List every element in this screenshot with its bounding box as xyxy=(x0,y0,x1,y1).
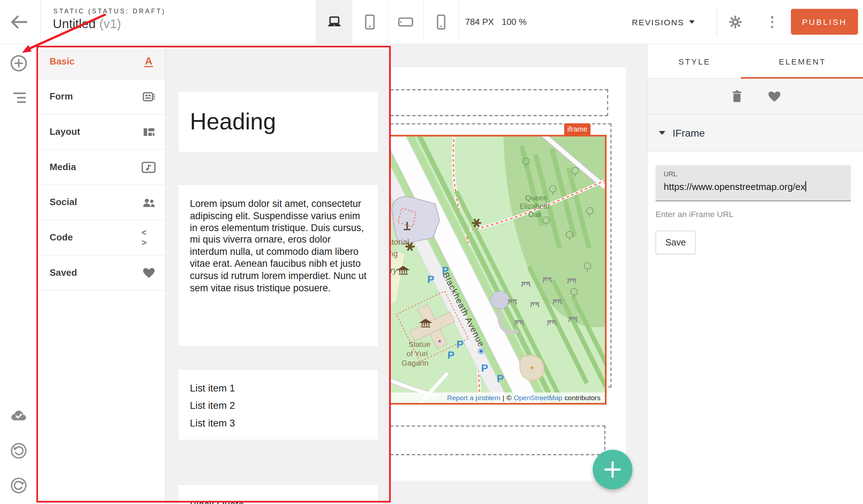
add-block-fab[interactable] xyxy=(593,450,632,489)
text-format-icon: A xyxy=(141,54,156,68)
heading-preview-text: Heading xyxy=(190,109,276,135)
outline-lines-icon xyxy=(13,93,26,94)
doc-title: Untitled (v1) xyxy=(53,17,121,31)
viewport-size-readout: 784 PX 100 % xyxy=(465,0,527,44)
redo-icon xyxy=(10,477,27,494)
quote-element-card[interactable]: Block Quote xyxy=(178,485,379,504)
tablet-icon xyxy=(364,14,376,30)
openstreetmap-embed: P P P P P P Blackheath Avenue Queen Eliz… xyxy=(390,137,605,403)
inspector-panel: STYLE ELEMENT IFrame xyxy=(647,44,863,504)
map-label: tory xyxy=(390,266,398,275)
doc-status: STATIC (STATUS: DRAFT) xyxy=(53,8,166,14)
url-field-label: URL xyxy=(664,170,677,178)
iframe-url-input[interactable]: URL https://www.openstreetmap.org/ex xyxy=(655,165,851,202)
category-layout[interactable]: Layout xyxy=(37,115,165,150)
iframe-map-element[interactable]: P P P P P P Blackheath Avenue Queen Eliz… xyxy=(390,135,606,404)
chevron-down-icon xyxy=(689,20,695,23)
app-window: STATIC (STATUS: DRAFT) Untitled (v1) xyxy=(0,0,863,504)
map-label: ding xyxy=(390,249,398,258)
category-code[interactable]: Code < > xyxy=(37,220,165,256)
parking-marker: P xyxy=(481,362,488,374)
empty-element-placeholder[interactable] xyxy=(390,89,608,116)
settings-button[interactable] xyxy=(729,16,742,29)
inspector-tabs: STYLE ELEMENT xyxy=(648,44,863,79)
tab-style[interactable]: STYLE xyxy=(648,44,742,79)
revisions-dropdown[interactable]: REVISIONS xyxy=(632,0,695,44)
back-button[interactable] xyxy=(8,13,30,31)
text-cursor xyxy=(805,181,806,191)
collapse-caret-icon xyxy=(659,131,665,135)
device-preview-switcher xyxy=(316,0,459,44)
publish-button[interactable]: PUBLISH xyxy=(791,9,858,35)
map-label: Oak xyxy=(528,211,542,218)
trash-icon xyxy=(730,89,744,103)
paragraph-preview-text: Lorem ipsum dolor sit amet, consectetur … xyxy=(190,198,367,294)
undo-button[interactable] xyxy=(10,442,27,460)
viewport-zoom-value: 100 % xyxy=(502,17,527,27)
parking-marker: P xyxy=(447,350,455,361)
page-outline-button[interactable] xyxy=(10,90,27,107)
form-icon xyxy=(141,89,156,104)
heart-icon xyxy=(767,89,782,103)
device-tab-phone-landscape[interactable] xyxy=(388,0,423,44)
tab-element[interactable]: ELEMENT xyxy=(742,44,863,79)
parking-marker: P xyxy=(456,339,464,350)
parking-marker: P xyxy=(497,373,504,384)
paragraph-element-card[interactable]: Lorem ipsum dolor sit amet, consectetur … xyxy=(178,184,379,346)
topbar: STATIC (STATUS: DRAFT) Untitled (v1) xyxy=(0,0,863,44)
gear-icon xyxy=(729,16,742,29)
page-canvas: iframe xyxy=(390,44,647,504)
element-preview-panel: HEADING Heading PARAGRAPH Lorem ipsum do… xyxy=(165,44,390,504)
report-problem-link[interactable]: Report a problem xyxy=(447,394,500,401)
add-element-button[interactable] xyxy=(10,54,27,72)
category-social[interactable]: Social xyxy=(37,185,165,220)
redo-button[interactable] xyxy=(10,477,27,494)
list-element-card[interactable]: List item 1 List item 2 List item 3 xyxy=(178,369,379,440)
device-tab-tablet[interactable] xyxy=(352,0,388,44)
category-form[interactable]: Form xyxy=(37,79,165,115)
device-tab-desktop[interactable] xyxy=(316,0,351,44)
more-options-button[interactable] xyxy=(768,14,776,30)
viewport-width-value: 784 PX xyxy=(465,17,494,27)
active-tab-underline xyxy=(741,77,863,79)
empty-element-placeholder[interactable] xyxy=(390,425,605,455)
map-label: of Yuri xyxy=(407,349,428,358)
iframe-element-tag: iframe xyxy=(564,123,590,135)
topbar-divider-2 xyxy=(717,8,717,36)
list-item: List item 3 xyxy=(190,415,378,432)
map-label: Gagarin xyxy=(402,359,429,367)
favorite-element-button[interactable] xyxy=(767,89,782,103)
map-label: uatorial xyxy=(390,238,409,247)
delete-element-button[interactable] xyxy=(730,89,744,103)
iframe-section-title: IFrame xyxy=(673,127,705,139)
iframe-settings-section[interactable]: IFrame xyxy=(648,115,863,152)
element-actions-toolbar xyxy=(648,79,863,114)
category-basic[interactable]: Basic A xyxy=(37,44,165,79)
kebab-icon xyxy=(771,16,774,18)
people-icon xyxy=(141,195,156,209)
device-tab-phone-portrait[interactable] xyxy=(423,0,459,44)
autosave-status-button[interactable] xyxy=(10,407,27,425)
doc-title-text: Untitled xyxy=(53,17,96,31)
url-helper-text: Enter an iFrame URL xyxy=(655,209,733,218)
left-rail xyxy=(0,44,37,504)
map-attribution: Report a problem | © OpenStreetMap contr… xyxy=(390,393,605,403)
code-icon: < > xyxy=(141,230,156,245)
quote-preview-text: Block Quote xyxy=(190,499,367,504)
heading-element-card[interactable]: Heading xyxy=(178,91,379,152)
map-label: Statue xyxy=(408,340,430,348)
save-button[interactable]: Save xyxy=(655,231,695,255)
category-saved[interactable]: Saved xyxy=(37,255,165,291)
map-graphic: P P P P P P Blackheath Avenue Queen Eliz… xyxy=(390,137,605,403)
topbar-divider xyxy=(40,0,41,44)
osm-link[interactable]: OpenStreetMap xyxy=(514,394,562,401)
media-icon xyxy=(141,160,156,174)
back-arrow-icon xyxy=(8,13,30,31)
phone-portrait-icon xyxy=(437,14,446,30)
category-media[interactable]: Media xyxy=(37,150,165,185)
revisions-label: REVISIONS xyxy=(632,17,684,27)
list-item: List item 2 xyxy=(190,397,378,415)
url-field-value: https://www.openstreetmap.org/ex xyxy=(664,181,806,193)
layout-icon xyxy=(141,125,156,139)
undo-icon xyxy=(10,442,27,460)
